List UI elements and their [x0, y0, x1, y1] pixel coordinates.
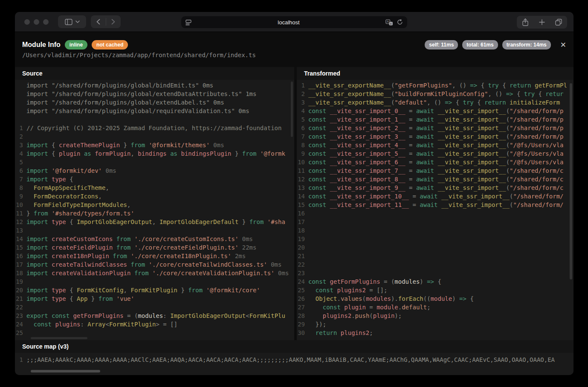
code-token: {	[70, 176, 73, 183]
address-bar[interactable]: localhost A x	[181, 16, 407, 28]
code-text: const __vite_ssr_import_7__ = await __vi…	[308, 166, 564, 175]
code-line: 13const __vite_ssr_import_9__ = await __…	[297, 183, 574, 192]
translate-icon[interactable]: A x	[385, 19, 393, 26]
code-text: __vite_ssr_exportName__("buildFormKitPlu…	[308, 90, 564, 98]
code-token: initializeForm	[510, 99, 560, 106]
code-token: forEach	[398, 295, 423, 302]
code-token: "/shared/form/c	[510, 167, 563, 174]
code-line: import "/shared/form/plugins/global/bind…	[15, 81, 294, 90]
code-token: from	[130, 270, 152, 276]
code-text: import createI18nPlugin from './core/cre…	[26, 252, 246, 260]
source-vertical-scrollbar[interactable]	[291, 81, 293, 137]
close-window-button[interactable]	[24, 19, 30, 25]
line-number: 8	[297, 141, 308, 149]
code-token: from	[109, 253, 131, 259]
code-line: 26 Object.values(modules).forEach((modul…	[297, 294, 574, 303]
code-token: './core/createI18nPlugin.ts'	[130, 253, 231, 259]
code-token: =	[406, 159, 416, 166]
code-token: __vite_ssr_exportName__	[308, 82, 391, 89]
inspect-page: Module Info inline not cached self: 11ms…	[15, 32, 574, 375]
code-line: 14const __vite_ssr_import_10__ = await _…	[297, 192, 574, 201]
transformed-vertical-scrollbar[interactable]	[570, 83, 572, 279]
code-token: from	[242, 150, 260, 157]
line-number: 10	[15, 201, 26, 209]
code-line: 19	[15, 277, 294, 286]
code-token: "/@fs/Users/vla	[510, 142, 563, 148]
code-token: }	[238, 218, 249, 225]
code-token: {	[70, 295, 77, 302]
forward-button[interactable]	[106, 15, 121, 28]
source-horizontal-scrollbar[interactable]	[31, 337, 87, 339]
code-token: await	[416, 184, 438, 191]
code-text: Object.values(modules).forEach((module) …	[308, 294, 474, 303]
code-token: __vite_ssr_import__	[437, 176, 506, 183]
code-token: FormKitPlu	[249, 312, 285, 319]
code-token: = [];	[366, 287, 388, 294]
minimize-window-button[interactable]	[34, 19, 39, 25]
sidebar-icon	[65, 19, 72, 25]
code-token: );	[394, 312, 402, 319]
code-line: 7const __vite_ssr_import_3__ = await __v…	[297, 132, 574, 141]
code-token: bindingsPlugin	[181, 150, 231, 157]
url-text: localhost	[192, 19, 385, 26]
code-token: "/shared/form/	[513, 193, 563, 200]
line-number: 12	[297, 175, 308, 183]
zoom-window-button[interactable]	[43, 19, 49, 25]
code-token: "/@fs/Users/vla	[510, 159, 563, 166]
code-text: import "/shared/form/plugins/global/exte…	[26, 98, 224, 107]
code-token: (	[506, 176, 510, 183]
code-line: 8 FormAppSpecificTheme,	[15, 183, 294, 192]
code-token: import	[26, 253, 52, 259]
code-text: export const getFormPlugins = (modules: …	[26, 311, 285, 320]
code-token: =	[406, 142, 416, 148]
code-line: 28 plugins2.push(plugin);	[297, 311, 574, 320]
code-token: './core/createFieldPlugin.ts'	[134, 244, 238, 251]
new-tab-button[interactable]	[533, 16, 550, 29]
code-token: "/shared/form/	[513, 201, 563, 208]
code-token: __vite_ssr_import_0__	[330, 108, 406, 114]
line-number: 17	[297, 218, 308, 226]
code-token: {	[481, 82, 488, 89]
code-token: (	[506, 116, 510, 123]
code-token: __vite_ssr_import_10__	[330, 193, 409, 200]
code-text: import "/shared/form/plugins/global/exte…	[26, 90, 256, 98]
code-token: __vite_ssr_import__	[441, 201, 510, 208]
code-token: "default"	[394, 99, 427, 106]
code-token: (	[369, 312, 373, 319]
page-title: Module Info	[22, 41, 61, 49]
reload-icon[interactable]	[397, 19, 403, 25]
code-token: }	[232, 150, 242, 157]
code-token: 'vue'	[116, 295, 134, 302]
code-text: plugins2.push(plugin);	[308, 311, 402, 320]
code-token: =	[406, 125, 416, 131]
code-token: (	[506, 184, 510, 191]
page-horizontal-scrollbar[interactable]	[31, 370, 100, 372]
code-token: ;	[427, 304, 430, 311]
code-token: __vite_ssr_import_3__	[330, 133, 406, 140]
transformed-code: 1__vite_ssr_exportName__("getFormPlugins…	[297, 80, 574, 340]
self-time-badge: self: 11ms	[425, 40, 458, 49]
code-token: =	[406, 176, 416, 183]
tab-overview-button[interactable]	[550, 16, 567, 29]
code-token: (	[362, 295, 365, 302]
code-token: =	[406, 116, 416, 123]
plus-icon	[539, 19, 545, 25]
code-token: plugins2	[323, 312, 351, 319]
code-token: = (	[124, 312, 138, 319]
share-button[interactable]	[517, 16, 533, 29]
close-icon[interactable]: ✕	[560, 41, 566, 49]
code-token: createValidationPlugin	[52, 270, 130, 276]
sidebar-toggle-button[interactable]	[58, 15, 86, 28]
line-number: 20	[297, 243, 308, 252]
line-number: 4	[15, 149, 26, 158]
code-line: 21import type { App } from 'vue'	[15, 294, 294, 303]
code-token: import	[26, 261, 52, 268]
code-token: {	[52, 142, 59, 148]
back-button[interactable]	[91, 15, 106, 28]
line-number	[15, 107, 26, 115]
reader-icon[interactable]	[185, 19, 192, 26]
code-line: import "/shared/form/plugins/global/exte…	[15, 90, 294, 98]
code-token: module	[377, 304, 398, 311]
line-number: 11	[15, 209, 26, 218]
code-line: 23export const getFormPlugins = (modules…	[15, 311, 294, 320]
